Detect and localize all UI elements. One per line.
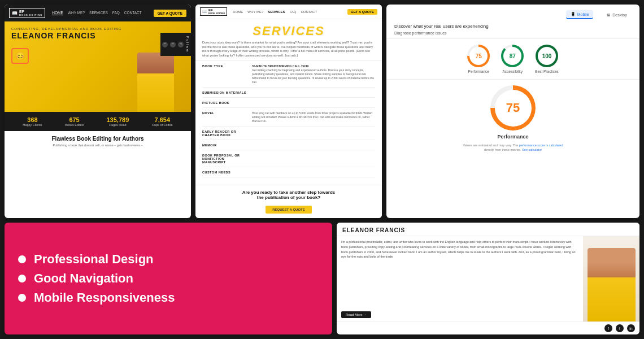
read-more-button[interactable]: Read More → [341, 311, 371, 318]
best-practices-gauge: 100 [536, 45, 558, 67]
author-facebook-icon[interactable]: f [604, 324, 612, 332]
service-name: PICTURE BOOK [202, 101, 247, 105]
services-intro: Does your story idea work? Is there a ma… [202, 41, 375, 58]
stat-happy-clients: 368 Happy Clients [23, 116, 42, 127]
author-footer: f t in [337, 321, 639, 334]
features-panel: Professional Design Good Navigation Mobi… [5, 223, 332, 334]
bullet-design [18, 255, 26, 263]
site-nav: 📖 EF BOOK EDITING HOME WHY ME? SERVICES … [5, 5, 191, 21]
nav-link-services[interactable]: SERVICES [89, 11, 108, 15]
stat-label-clients: Happy Clients [23, 123, 42, 127]
metric-accessibility: 87 Accessibility [501, 45, 524, 73]
author-linkedin-icon[interactable]: in [627, 324, 635, 332]
logo-sub: BOOK EDITING [19, 14, 42, 16]
bullet-mobile [18, 294, 26, 302]
services-cta-section: Are you ready to take another step towar… [195, 185, 382, 218]
follow-label: Follow [186, 36, 189, 53]
nav-link-why[interactable]: WHY ME? [68, 11, 85, 15]
site-bottom-heading: Flawless Book Editing for Authors [11, 136, 184, 142]
service-name: BOOK TYPE [202, 64, 247, 84]
author-name: ELEANOR FRANCIS [342, 227, 634, 233]
accessibility-label: Accessibility [503, 69, 523, 73]
author-bio: I'm a professional proofreader, editor, … [337, 236, 583, 308]
nav-link-home[interactable]: HOME [52, 11, 63, 15]
perf-score-link[interactable]: performance score is calculated [519, 144, 563, 147]
performance-value: 75 [469, 47, 488, 65]
list-item: MEMOIR [202, 144, 375, 150]
service-name: CUSTOM NEEDS [202, 171, 247, 174]
svc-nav-why[interactable]: WHY ME? [247, 10, 263, 14]
metric-best-practices: 100 Best Practices [535, 45, 559, 73]
site-cta-button[interactable]: GET A QUOTE [154, 10, 186, 17]
author-content: I'm a professional proofreader, editor, … [337, 236, 639, 321]
services-nav-links: HOME WHY ME? SERVICES FAQ CONTACT [233, 10, 342, 14]
list-item: PICTURE BOOK [202, 101, 375, 108]
stat-pages-read: 135,789 Pages Read [107, 116, 129, 127]
stat-label-coffee: Cups of Coffee [152, 123, 173, 127]
service-name: NOVEL [202, 111, 247, 123]
services-nav: 📖 EF BOOK EDITING HOME WHY ME? SERVICES … [195, 5, 382, 19]
tab-desktop[interactable]: 🖥 Desktop [602, 10, 632, 19]
author-header: ELEANOR FRANCIS [337, 223, 639, 236]
services-title-section: SERVICES Does your story idea work? Is t… [195, 19, 382, 61]
website-preview-panel: 📖 EF BOOK EDITING HOME WHY ME? SERVICES … [5, 5, 191, 218]
nav-link-contact[interactable]: CONTACT [124, 11, 142, 15]
metric-performance: 75 Performance [467, 45, 490, 73]
site-nav-links: HOME WHY ME? SERVICES FAQ CONTACT [52, 11, 146, 15]
svc-nav-faq[interactable]: FAQ [289, 10, 296, 14]
stats-row: 368 Happy Clients 675 Books Edited 135,7… [5, 112, 191, 131]
bullet-navigation [18, 275, 26, 282]
stat-books-edited: 675 Books Edited [65, 116, 83, 127]
perf-diagnose-text: Diagnose performance issues [394, 31, 632, 35]
list-item: BOOK PROPOSAL OR NONFICTION MANUSCRIPT [202, 154, 375, 167]
services-logo: 📖 EF BOOK EDITING [200, 7, 227, 16]
list-item: SUBMISSION MATERIALS [202, 91, 375, 98]
service-desc [252, 154, 375, 164]
list-item: BOOK TYPE 30-MINUTE BRAINSTORMING CALL /… [202, 64, 375, 88]
best-practices-value: 100 [538, 47, 556, 65]
stat-coffee: 7,654 Cups of Coffee [152, 116, 173, 127]
services-list: BOOK TYPE 30-MINUTE BRAINSTORMING CALL /… [195, 61, 382, 185]
accessibility-gauge: 87 [501, 45, 524, 67]
performance-label: Performance [468, 69, 489, 73]
desktop-icon: 🖥 [607, 13, 611, 17]
services-page-title: SERVICES [202, 24, 375, 38]
metrics-row: 75 Performance 87 Accessibility 100 Best… [386, 39, 639, 80]
site-hero: CONSULTING, DEVELOPMENTAL AND BOOK EDITI… [5, 21, 191, 112]
see-calculator-link[interactable]: See calculator [522, 148, 542, 151]
stat-label-pages: Pages Read [107, 123, 129, 127]
svc-nav-contact[interactable]: CONTACT [301, 10, 317, 14]
accessibility-value: 87 [503, 47, 521, 65]
author-panel: ELEANOR FRANCIS I'm a professional proof… [337, 223, 639, 334]
tab-mobile-label: Mobile [577, 12, 589, 16]
perf-tabs: 📱 Mobile 🖥 Desktop [394, 10, 632, 19]
svc-nav-services[interactable]: SERVICES [268, 10, 285, 14]
best-practices-label: Best Practices [535, 69, 559, 73]
list-item: EARLY READER OR CHAPTER BOOK [202, 130, 375, 140]
performance-gauge: 75 [467, 45, 490, 67]
service-desc [252, 130, 375, 137]
hero-title: ELEANOR FRANCIS [11, 32, 184, 40]
svc-nav-home[interactable]: HOME [233, 10, 243, 14]
site-logo: 📖 EF BOOK EDITING [9, 8, 45, 18]
big-performance-label: Performance [497, 134, 528, 140]
request-quote-button[interactable]: REQUEST A QUOTE [266, 206, 312, 214]
tab-mobile[interactable]: 📱 Mobile [566, 10, 594, 19]
nav-link-faq[interactable]: FAQ [112, 11, 120, 15]
services-cta-text: Are you ready to take another step towar… [202, 190, 375, 200]
service-desc [252, 101, 375, 105]
stat-label-books: Books Edited [65, 123, 83, 127]
author-twitter-icon[interactable]: t [616, 324, 624, 332]
stat-num-clients: 368 [23, 116, 42, 123]
big-gauge-section: 75 Performance Values are estimated and … [386, 80, 639, 218]
services-logo-sub: BOOK EDITING [208, 12, 225, 15]
stat-num-pages: 135,789 [107, 116, 129, 123]
service-desc: 30-MINUTE BRAINSTORMING CALL / $249Get w… [252, 64, 375, 84]
service-name: MEMOIR [202, 144, 247, 147]
hero-subtitle: CONSULTING, DEVELOPMENTAL AND BOOK EDITI… [11, 27, 184, 31]
feature-item-mobile: Mobile Responsiveness [18, 290, 319, 305]
big-performance-value: 75 [495, 90, 532, 127]
mobile-icon: 📱 [571, 12, 576, 16]
happy-icon: 😊 [15, 51, 25, 60]
services-cta-btn[interactable]: GET A QUOTE [347, 9, 377, 15]
